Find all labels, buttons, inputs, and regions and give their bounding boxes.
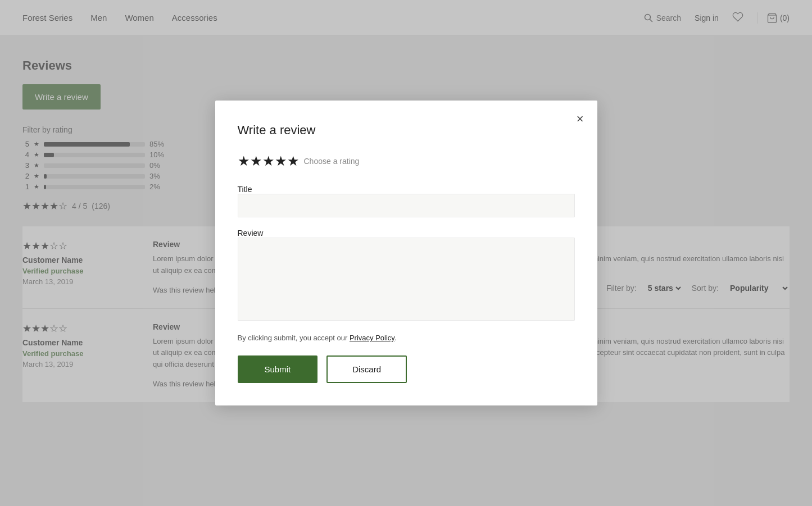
modal-title: Write a review <box>238 123 575 138</box>
submit-button[interactable]: Submit <box>238 355 318 383</box>
review-title-input[interactable] <box>238 194 575 217</box>
review-label: Review <box>238 229 264 238</box>
discard-button[interactable]: Discard <box>326 355 407 383</box>
modal-actions: Submit Discard <box>238 355 575 383</box>
star-rating-row: ★★★★★ Choose a rating <box>238 153 575 169</box>
write-review-modal: × Write a review ★★★★★ Choose a rating T… <box>215 101 597 405</box>
modal-close-button[interactable]: × <box>577 112 584 126</box>
privacy-text: By clicking submit, you accept our Priva… <box>238 334 575 342</box>
privacy-policy-link[interactable]: Privacy Policy <box>350 334 394 342</box>
title-label: Title <box>238 185 252 194</box>
modal-overlay: × Write a review ★★★★★ Choose a rating T… <box>0 0 812 425</box>
choose-rating-label: Choose a rating <box>304 157 360 166</box>
star-rating-display[interactable]: ★★★★★ <box>238 153 300 169</box>
review-body-input[interactable] <box>238 238 575 321</box>
